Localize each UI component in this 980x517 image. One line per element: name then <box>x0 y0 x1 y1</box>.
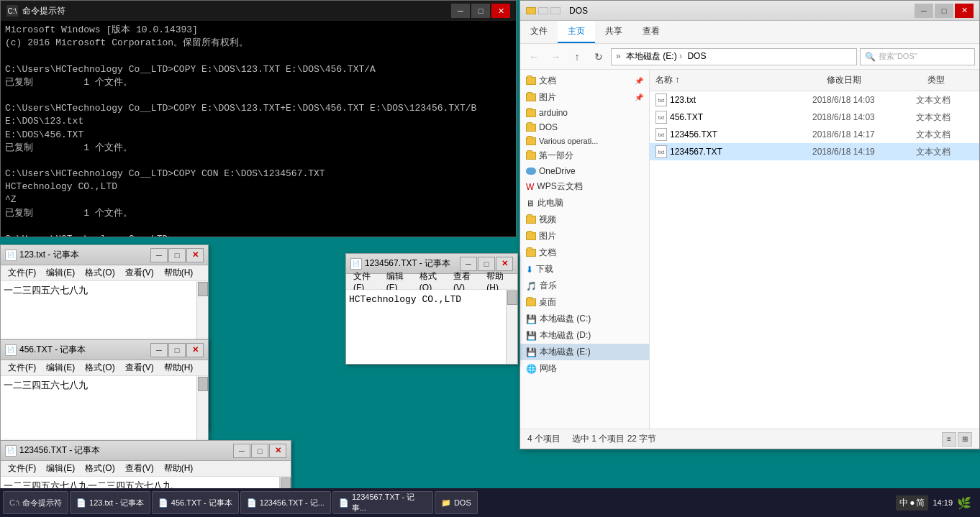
folder-icon <box>526 77 536 85</box>
sidebar-item-drive-c[interactable]: 💾 本地磁盘 (C:) <box>520 311 649 327</box>
file-item-1234567[interactable]: txt 1234567.TXT 2018/6/18 14:19 文本文档 <box>650 143 979 160</box>
sidebar-item-pictures[interactable]: 图片 📌 <box>520 89 649 106</box>
explorer-window[interactable]: DOS ─ □ ✕ 文件 主页 共享 查看 ← → ↑ ↻ » 本地磁盘 (E:… <box>520 0 980 449</box>
notepad-123-menu-file[interactable]: 文件(F) <box>4 265 40 280</box>
sidebar-item-docs2[interactable]: 文档 <box>520 244 649 261</box>
notepad-1234567-window[interactable]: 📄 1234567.TXT - 记事本 ─ □ ✕ 文件(F) 编辑(E) 格式… <box>345 253 518 365</box>
sidebar-label-drive-e: 本地磁盘 (E:) <box>540 346 591 358</box>
sidebar-item-various[interactable]: Various operati... <box>520 134 649 147</box>
sidebar-item-network[interactable]: 🌐 网络 <box>520 360 649 377</box>
notepad-123-minimize[interactable]: ─ <box>150 248 168 262</box>
notepad-456-maximize[interactable]: □ <box>168 343 186 357</box>
sidebar-item-thispc[interactable]: 🖥 此电脑 <box>520 195 649 211</box>
folder-icon <box>526 249 536 257</box>
taskbar-np123-icon: 📄 <box>76 498 86 508</box>
sidebar-label-documents: 文档 <box>539 75 556 87</box>
explorer-tab-share[interactable]: 共享 <box>595 21 632 43</box>
notepad-456-menu-format[interactable]: 格式(O) <box>81 360 119 375</box>
sidebar-item-music[interactable]: 🎵 音乐 <box>520 278 649 294</box>
sidebar-item-part1[interactable]: 第一部分 <box>520 147 649 164</box>
sidebar-item-videos[interactable]: 视频 <box>520 211 649 228</box>
taskbar-item-np123[interactable]: 📄 123.txt - 记事本 <box>70 491 150 514</box>
up-button[interactable]: ↑ <box>568 47 586 66</box>
cmd-maximize-button[interactable]: □ <box>471 4 490 18</box>
notepad-456-menu-file[interactable]: 文件(F) <box>4 360 40 375</box>
taskbar-item-dos[interactable]: 📁 DOS <box>435 491 478 514</box>
view-icon-details[interactable]: ≡ <box>942 432 956 447</box>
notepad-123-menu-view[interactable]: 查看(V) <box>121 265 158 280</box>
cmd-line-11: ^Z <box>5 193 512 206</box>
header-name[interactable]: 名称 ↑ <box>650 73 821 88</box>
notepad-123-controls: ─ □ ✕ <box>150 248 204 262</box>
notepad-123456-menu-file[interactable]: 文件(F) <box>4 461 40 476</box>
notepad-456-close[interactable]: ✕ <box>186 343 204 357</box>
sidebar-item-pics2[interactable]: 图片 <box>520 228 649 244</box>
file-name-123: 123.txt <box>670 95 809 105</box>
ime-indicator[interactable]: 中 ● 简 <box>896 495 928 511</box>
notepad-123-menu-help[interactable]: 帮助(H) <box>160 265 198 280</box>
taskbar-item-np1234567[interactable]: 📄 1234567.TXT - 记事... <box>332 491 433 514</box>
sidebar-item-drive-e[interactable]: 💾 本地磁盘 (E:) <box>520 344 649 360</box>
explorer-folder-icon-1 <box>526 7 536 14</box>
search-box[interactable]: 🔍 搜索"DOS" <box>860 48 975 65</box>
network-icon: 🌐 <box>526 364 537 374</box>
file-item-123[interactable]: txt 123.txt 2018/6/18 14:03 文本文档 <box>650 91 979 109</box>
explorer-tab-file[interactable]: 文件 <box>520 21 558 43</box>
file-item-456[interactable]: txt 456.TXT 2018/6/18 14:03 文本文档 <box>650 109 979 126</box>
notepad-123-menu-format[interactable]: 格式(O) <box>81 265 119 280</box>
sidebar-item-dos[interactable]: DOS <box>520 120 649 134</box>
notepad-123456-maximize[interactable]: □ <box>251 444 268 458</box>
notepad-456-menu-view[interactable]: 查看(V) <box>121 360 158 375</box>
taskbar-item-np123456[interactable]: 📄 123456.TXT - 记... <box>240 491 331 514</box>
file-name-1234567: 1234567.TXT <box>670 147 809 157</box>
explorer-tab-home[interactable]: 主页 <box>558 21 595 43</box>
view-icon-large[interactable]: ⊞ <box>958 432 972 447</box>
taskbar-item-cmd[interactable]: C:\ 命令提示符 <box>3 491 68 514</box>
notepad-123-maximize[interactable]: □ <box>168 248 186 262</box>
file-item-123456[interactable]: txt 123456.TXT 2018/6/18 14:17 文本文档 <box>650 126 979 143</box>
notepad-123-menu-edit[interactable]: 编辑(E) <box>42 265 79 280</box>
taskbar-item-np456[interactable]: 📄 456.TXT - 记事本 <box>152 491 239 514</box>
cmd-window[interactable]: C:\ 命令提示符 ─ □ ✕ Microsoft Windows [版本 10… <box>0 0 517 237</box>
notepad-456-menu-help[interactable]: 帮助(H) <box>160 360 198 375</box>
notepad-123456-menu-format[interactable]: 格式(O) <box>81 461 119 476</box>
notepad-123-close[interactable]: ✕ <box>186 248 204 262</box>
refresh-button[interactable]: ↻ <box>589 47 608 66</box>
sidebar-item-arduino[interactable]: arduino <box>520 106 649 120</box>
notepad-123456-menu-help[interactable]: 帮助(H) <box>160 461 198 476</box>
explorer-close-button[interactable]: ✕ <box>955 4 974 18</box>
pin-icon-documents: 📌 <box>635 77 643 85</box>
forward-button[interactable]: → <box>546 47 565 66</box>
sidebar-item-documents[interactable]: 文档 📌 <box>520 73 649 89</box>
notepad-1234567-content[interactable]: HCTechnology CO.,LTD <box>346 290 517 364</box>
notepad-123456-menu-edit[interactable]: 编辑(E) <box>42 461 79 476</box>
notepad-456-menu-edit[interactable]: 编辑(E) <box>42 360 79 375</box>
sidebar-item-downloads[interactable]: ⬇ 下载 <box>520 261 649 278</box>
notepad-1234567-icon: 📄 <box>350 258 362 270</box>
file-date-1234567: 2018/6/18 14:19 <box>812 147 913 157</box>
notepad-123456-close[interactable]: ✕ <box>269 444 286 458</box>
notepad-1234567-scrollbar[interactable] <box>506 290 517 364</box>
cmd-close-button[interactable]: ✕ <box>491 4 510 18</box>
notepad-456-minimize[interactable]: ─ <box>150 343 168 357</box>
taskbar-np123-label: 123.txt - 记事本 <box>89 498 144 508</box>
wps-icon: W <box>526 182 534 192</box>
explorer-minimize-button[interactable]: ─ <box>915 4 933 18</box>
notepad-123456-menubar: 文件(F) 编辑(E) 格式(O) 查看(V) 帮助(H) <box>1 461 291 477</box>
cmd-line-9: C:\Users\HCTechnology Co__LTD>COPY CON E… <box>5 168 512 180</box>
sidebar-item-onedrive[interactable]: OneDrive <box>520 164 649 178</box>
sidebar-item-desktop[interactable]: 桌面 <box>520 294 649 311</box>
explorer-maximize-button[interactable]: □ <box>935 4 953 18</box>
address-bar[interactable]: » 本地磁盘 (E:) › DOS <box>611 48 857 65</box>
header-type[interactable]: 类型 <box>922 73 979 88</box>
sidebar-item-drive-d[interactable]: 💾 本地磁盘 (D:) <box>520 327 649 344</box>
notepad-123456-menu-view[interactable]: 查看(V) <box>121 461 158 476</box>
back-button[interactable]: ← <box>525 47 543 66</box>
sidebar-item-wps[interactable]: W WPS云文档 <box>520 178 649 195</box>
cmd-minimize-button[interactable]: ─ <box>451 4 470 18</box>
header-date[interactable]: 修改日期 <box>821 73 922 88</box>
notepad-123456-minimize[interactable]: ─ <box>233 444 250 458</box>
cmd-line-13: C:\Users\HCTechnology Co__LTD> <box>5 233 512 237</box>
explorer-tab-view[interactable]: 查看 <box>632 21 670 43</box>
taskbar-np456-label: 456.TXT - 记事本 <box>171 498 232 508</box>
